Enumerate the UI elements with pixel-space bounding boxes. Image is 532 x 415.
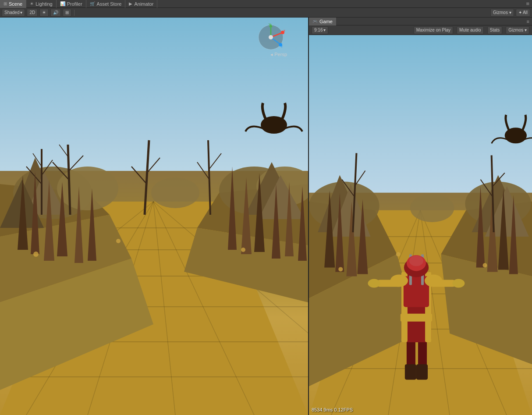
svg-point-111 <box>483 263 487 267</box>
effects-icon: ⊞ <box>65 10 69 15</box>
shaded-arrow: ▾ <box>20 10 22 15</box>
toolbar-right: Gizmos ▾ ✦ All <box>490 9 530 17</box>
tab-profiler[interactable]: 📊 Profiler <box>57 0 86 8</box>
game-view[interactable]: 🎮 Game ≡ 9:16 ▾ Maximize on Play Mute au… <box>309 18 532 415</box>
svg-rect-124 <box>431 280 455 287</box>
lighting-icon: ☀ <box>42 10 46 15</box>
game-tab-icon: 🎮 <box>312 19 318 24</box>
2d-label: 2D <box>29 10 35 15</box>
svg-text:z: z <box>281 44 283 48</box>
game-scene-svg <box>309 35 532 415</box>
stats-button[interactable]: Stats <box>487 26 503 34</box>
main-content: y x z ◂ Persp 🎮 Game ≡ 9:16 ▾ <box>0 18 532 415</box>
tab-scene[interactable]: ⊞ Scene <box>0 0 26 8</box>
shaded-dropdown[interactable]: Shaded ▾ <box>2 9 25 17</box>
tab-lighting[interactable]: ☀ Lighting <box>26 0 57 8</box>
svg-point-125 <box>368 279 380 287</box>
effects-toggle[interactable]: ⊞ <box>63 9 71 17</box>
resolution-label: 9:16 <box>314 28 323 32</box>
svg-point-126 <box>452 279 465 287</box>
tab-profiler-label: Profiler <box>67 1 82 7</box>
game-gizmos-button[interactable]: Gizmos ▾ <box>506 26 529 34</box>
game-toolbar: 9:16 ▾ Maximize on Play Mute audio Stats… <box>309 25 532 35</box>
audio-toggle[interactable]: 🔊 <box>50 9 61 17</box>
gizmos-label: Gizmos ▾ <box>493 10 511 15</box>
mute-audio-button[interactable]: Mute audio <box>457 26 483 34</box>
tab-menu-button[interactable]: ≡ <box>523 0 532 7</box>
game-canvas: 8534.9ms 0.12FPS <box>309 35 532 415</box>
toolbar-separator <box>74 10 74 16</box>
svg-point-110 <box>396 252 401 256</box>
perspective-label: ◂ Persp <box>270 52 287 57</box>
tab-game[interactable]: 🎮 Game <box>309 18 336 25</box>
tab-lighting-label: Lighting <box>35 1 53 7</box>
game-tab-bar: 🎮 Game ≡ <box>309 18 532 25</box>
resolution-dropdown[interactable]: 9:16 ▾ <box>312 26 328 34</box>
svg-point-109 <box>338 267 343 271</box>
maximize-on-play-button[interactable]: Maximize on Play <box>414 26 453 34</box>
scene-tab-icon: ⊞ <box>4 1 7 6</box>
gizmo-svg: y x z <box>255 22 286 53</box>
fps-counter: 8534.9ms 0.12FPS <box>312 407 353 412</box>
svg-rect-119 <box>401 314 432 322</box>
svg-point-57 <box>33 252 39 257</box>
svg-text:y: y <box>269 22 270 26</box>
all-label: ✦ All <box>518 10 528 15</box>
scene-view[interactable]: y x z ◂ Persp <box>0 18 308 415</box>
profiler-tab-icon: 📊 <box>60 1 65 6</box>
asset-store-tab-icon: 🛒 <box>90 1 95 6</box>
svg-point-59 <box>241 248 245 252</box>
svg-point-89 <box>410 194 454 222</box>
tab-asset-store[interactable]: 🛒 Asset Store <box>86 0 126 8</box>
svg-point-67 <box>269 35 273 39</box>
shaded-label: Shaded <box>4 10 19 15</box>
tab-game-label: Game <box>319 19 333 24</box>
all-dropdown[interactable]: ✦ All <box>516 9 530 17</box>
svg-point-21 <box>57 167 118 210</box>
gizmos-dropdown[interactable]: Gizmos ▾ <box>490 9 514 17</box>
svg-point-24 <box>151 177 199 208</box>
gizmo-widget[interactable]: y x z <box>255 22 286 53</box>
game-toolbar-right: Maximize on Play Mute audio Stats Gizmos… <box>414 26 529 34</box>
tab-scene-label: Scene <box>9 1 22 7</box>
audio-icon: 🔊 <box>53 10 58 15</box>
tab-animator-label: Animator <box>134 1 153 7</box>
scene-tab-bar: ⊞ Scene ☀ Lighting 📊 Profiler 🛒 Asset St… <box>0 0 532 8</box>
lighting-tab-icon: ☀ <box>30 1 34 6</box>
scene-canvas <box>0 18 308 415</box>
svg-point-58 <box>116 239 121 243</box>
fps-text: 8534.9ms 0.12FPS <box>312 407 353 412</box>
svg-rect-123 <box>377 280 401 287</box>
svg-point-131 <box>409 255 423 266</box>
svg-rect-114 <box>405 364 416 380</box>
tab-asset-store-label: Asset Store <box>97 1 122 7</box>
resolution-arrow: ▾ <box>323 28 326 32</box>
svg-rect-115 <box>416 364 428 380</box>
lighting-toggle[interactable]: ☀ <box>39 9 49 17</box>
tab-animator[interactable]: ▶ Animator <box>125 0 157 8</box>
persp-text: ◂ Persp <box>270 52 287 57</box>
scene-toolbar: Shaded ▾ 2D ☀ 🔊 ⊞ Gizmos ▾ ✦ All <box>0 8 532 18</box>
svg-text:x: x <box>284 28 285 32</box>
animator-tab-icon: ▶ <box>129 1 132 6</box>
game-tab-menu[interactable]: ≡ <box>527 19 532 24</box>
2d-toggle[interactable]: 2D <box>27 9 38 17</box>
